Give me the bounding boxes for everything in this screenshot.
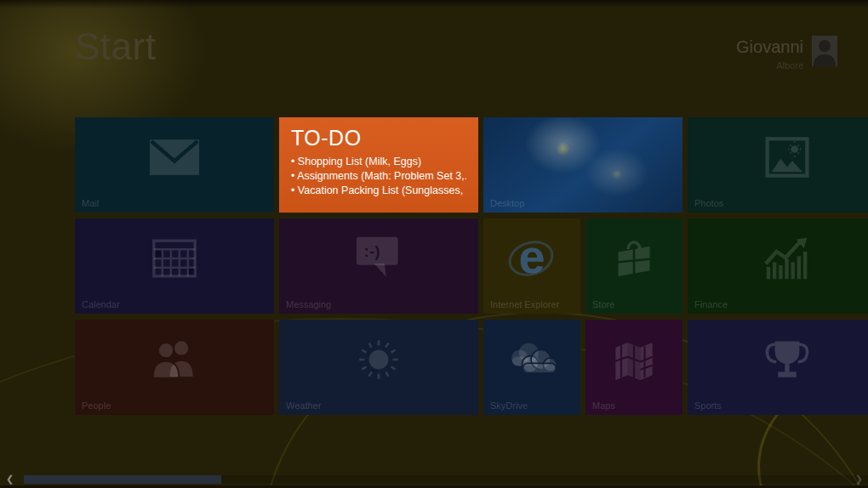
tile-internet-explorer[interactable]: e Internet Explorer (483, 218, 580, 314)
tile-row-1: Mail TO-DO Shopping List (Milk, Eggs) As… (75, 117, 868, 213)
tile-store[interactable]: Store (585, 218, 682, 314)
tile-label: Weather (286, 400, 321, 411)
scrollbar-thumb[interactable] (24, 475, 221, 484)
person-silhouette-icon (812, 37, 837, 66)
tile-photos[interactable]: Photos (688, 117, 868, 213)
trophy-icon (762, 337, 812, 383)
page-title: Start (75, 26, 156, 68)
tile-label: Calendar (82, 299, 120, 309)
tile-label: Mail (82, 198, 99, 208)
todo-title: TO-DO (291, 126, 466, 150)
tile-label: Finance (694, 299, 728, 309)
tile-pair-skydrive-maps: SkyDrive (483, 320, 682, 415)
tile-mail[interactable]: Mail (75, 117, 274, 213)
user-name: Giovanni (736, 37, 803, 56)
tile-label: Internet Explorer (490, 299, 559, 309)
tile-skydrive[interactable]: SkyDrive (483, 320, 580, 415)
two-people-icon (150, 339, 199, 380)
todo-list: Shopping List (Milk, Eggs) Assignments (… (291, 155, 466, 198)
todo-item: Shopping List (Milk, Eggs) (291, 155, 466, 169)
tile-label: Maps (592, 400, 615, 411)
folded-map-icon (611, 338, 657, 381)
ie-e-glyph: e (518, 233, 545, 281)
scroll-right-arrow[interactable]: ❯ (855, 474, 863, 485)
top-vignette (0, 0, 868, 9)
scroll-left-arrow[interactable]: ❮ (6, 474, 14, 485)
ie-logo-icon: e (507, 234, 557, 283)
tile-label: People (82, 400, 111, 411)
todo-item: Vacation Packing List (Sunglasses, S... (291, 184, 466, 198)
tile-row-2: Calendar :-) Messaging (75, 218, 868, 314)
avatar[interactable] (812, 36, 837, 66)
tile-label: Store (592, 299, 614, 309)
shopping-bag-windows-icon (611, 235, 657, 282)
tile-label: SkyDrive (490, 400, 528, 411)
user-names: Giovanni Albore (736, 36, 803, 71)
tile-desktop[interactable]: Desktop (483, 117, 682, 213)
start-screen: Start Giovanni Albore Mail (0, 0, 868, 488)
messaging-emoticon: :-) (364, 242, 380, 260)
user-block[interactable]: Giovanni Albore (736, 36, 837, 71)
tile-finance[interactable]: Finance (688, 218, 868, 314)
photo-frame-icon (765, 136, 809, 179)
todo-item: Assignments (Math: Problem Set 3,... (291, 169, 466, 184)
calendar-grid-icon (151, 237, 197, 280)
tile-weather[interactable]: Weather (279, 320, 478, 415)
tile-grid: Mail TO-DO Shopping List (Milk, Eggs) As… (75, 117, 868, 421)
sun-icon (355, 336, 403, 383)
user-secondary-name: Albore (736, 60, 803, 71)
tile-calendar[interactable]: Calendar (75, 218, 274, 314)
speech-bubble-icon: :-) (355, 235, 403, 281)
tile-sports[interactable]: Sports (688, 320, 868, 415)
tile-todo[interactable]: TO-DO Shopping List (Milk, Eggs) Assignm… (279, 117, 478, 213)
tile-row-3: People W (75, 320, 868, 415)
tile-pair-ie-store: e Internet Explorer Store (483, 218, 682, 314)
envelope-icon (150, 139, 199, 175)
tile-label: Sports (694, 400, 722, 411)
tile-label: Photos (694, 198, 723, 208)
clouds-icon (505, 341, 559, 378)
tile-maps[interactable]: Maps (585, 320, 682, 415)
tile-label: Messaging (286, 299, 331, 309)
bar-chart-trend-icon (762, 236, 812, 281)
tile-messaging[interactable]: :-) Messaging (279, 218, 478, 314)
horizontal-scrollbar: ❮ ❯ (0, 474, 868, 485)
tile-people[interactable]: People (75, 320, 274, 415)
tile-label: Desktop (490, 198, 524, 208)
